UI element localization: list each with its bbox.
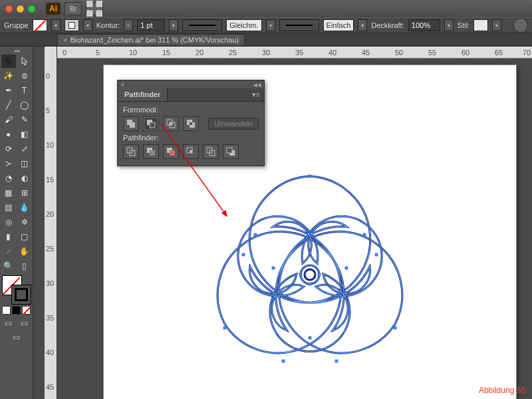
mesh-tool[interactable]: ⊞ [17,186,32,200]
draw-behind-button[interactable]: ▭ [17,317,32,329]
hand-tool[interactable]: ✋ [17,245,32,258]
paintbrush-tool[interactable]: 🖌 [1,113,16,126]
stroke-profile-value[interactable]: Einfach [323,19,354,31]
blob-brush-tool[interactable]: ● [1,128,16,141]
svg-rect-29 [227,148,232,153]
line-tool[interactable]: ╱ [1,98,16,112]
slice-tool[interactable]: ⟋ [1,245,16,258]
stroke-profile-sample[interactable] [279,19,319,31]
window-close-button[interactable] [5,5,13,13]
selection-type-label: Gruppe [4,21,29,29]
fill-swatch[interactable] [33,19,47,31]
workspace: ◂◂ ✨ ⊚ ✒ T ╱ ◯ 🖌 ✎ ● ◧ ⟳ ⤢ ≻ ◫ ◔ ◐ ▦ ⊞ ▤… [0,47,532,399]
blend-tool[interactable]: ◎ [1,215,16,229]
shape-builder-tool[interactable]: ◔ [1,172,16,185]
svg-rect-21 [150,150,155,156]
scale-tool[interactable]: ⤢ [17,142,32,156]
magic-wand-tool[interactable]: ✨ [1,69,16,82]
gradient-tool[interactable]: ▤ [1,201,16,214]
window-zoom-button[interactable] [28,5,35,13]
shapemode-intersect-button[interactable] [163,116,179,131]
canvas-area[interactable]: 0 5 10 15 20 25 30 35 40 45 50 55 60 65 … [57,47,532,399]
type-tool[interactable]: T [17,84,32,97]
close-tab-icon[interactable]: × [63,36,67,44]
svg-point-7 [305,269,315,280]
stroke-dropdown[interactable]: ▾ [83,19,92,31]
formmodi-label: Formmodi: [123,106,259,114]
control-bar: Gruppe ▾ ▾ Kontur: ≡ ▾ Gleichm. ▾ Einfac… [0,17,532,33]
umwandeln-button[interactable]: Umwandeln [208,118,259,130]
pathfinder-tab[interactable]: Pathfinder [118,88,168,101]
vertical-ruler-strip [33,47,45,399]
shapemode-minus-front-button[interactable] [143,116,159,131]
eraser-tool[interactable]: ◧ [17,128,32,141]
free-transform-tool[interactable]: ◫ [17,157,32,170]
draw-normal-button[interactable]: ▭ [1,317,16,329]
panel-collapse-icon[interactable]: ◂◂ [253,80,261,89]
shapemode-exclude-button[interactable] [183,116,199,131]
pathfinder-divide-button[interactable] [123,144,139,159]
print-tiling-tool[interactable]: ▯ [17,259,32,273]
ellipse-tool[interactable]: ◯ [17,98,32,112]
color-mode-button[interactable] [2,306,11,315]
perspective-grid-tool[interactable]: ▦ [1,186,16,200]
svg-rect-3 [96,10,102,17]
none-mode-button[interactable] [22,306,31,315]
stroke-box[interactable] [11,285,31,305]
pathfinder-trim-button[interactable] [143,144,159,159]
macos-titlebar: Ai Br [0,0,532,17]
pencil-tool[interactable]: ✎ [17,113,32,126]
stroke-weight-input[interactable] [137,19,165,31]
fill-dropdown[interactable]: ▾ [51,19,61,31]
stroke-dash-sample[interactable] [182,19,222,31]
live-paint-tool[interactable]: ◐ [17,172,32,185]
pathfinder-section-label: Pathfinder: [123,134,259,142]
arrange-documents-button[interactable] [86,2,103,15]
eyedropper-tool[interactable]: 💧 [17,201,32,214]
window-minimize-button[interactable] [17,5,24,13]
document-tab-bar: × Biohazard_Zeichen.ai* bei 311 % (CMYK/… [0,33,532,47]
biohazard-artwork[interactable] [190,145,430,384]
bridge-button[interactable]: Br [65,2,82,15]
pathfinder-outline-button[interactable] [203,144,219,159]
opacity-input[interactable] [408,19,440,31]
svg-rect-25 [190,150,192,153]
gradient-mode-button[interactable] [12,306,21,315]
screen-mode-button[interactable]: ▭ [2,331,31,343]
opacity-dropdown[interactable]: ▾ [444,19,454,31]
stroke-dash-value[interactable]: Gleichm. [226,19,261,31]
artboard-tool[interactable]: ▢ [17,230,32,243]
direct-selection-tool[interactable] [17,55,32,68]
lasso-tool[interactable]: ⊚ [17,69,32,82]
svg-rect-14 [170,122,172,125]
svg-rect-11 [150,122,155,128]
style-dropdown[interactable]: ▾ [492,19,501,31]
panel-menu-icon[interactable]: ▾≡ [248,88,264,101]
document-tab-title: Biohazard_Zeichen.ai* bei 311 % (CMYK/Vo… [70,36,239,44]
pathfinder-merge-button[interactable] [163,144,179,159]
column-graph-tool[interactable]: ▮ [1,230,16,243]
toolbox-collapse-icon[interactable]: ◂◂ [0,48,33,55]
symbol-sprayer-tool[interactable]: ✲ [17,215,32,229]
panel-close-icon[interactable]: × [120,80,124,88]
fill-stroke-control[interactable] [2,275,31,305]
kontur-label: Kontur: [96,21,120,29]
deckkraft-label: Deckkraft: [371,21,404,29]
pathfinder-crop-button[interactable] [183,144,199,159]
rotate-tool[interactable]: ⟳ [1,142,16,156]
pathfinder-minus-back-button[interactable] [223,144,239,159]
document-tab[interactable]: × Biohazard_Zeichen.ai* bei 311 % (CMYK/… [57,34,245,45]
stroke-profile-dropdown[interactable]: ▾ [358,19,367,31]
width-tool[interactable]: ≻ [1,157,16,170]
stroke-weight-stepper[interactable]: ≡ [124,19,133,31]
panel-menu-button[interactable] [513,18,528,33]
pathfinder-panel[interactable]: × ◂◂ Pathfinder ▾≡ Formmodi: Umwandeln P… [117,80,265,166]
pen-tool[interactable]: ✒ [1,84,16,97]
stroke-dash-dropdown[interactable]: ▾ [266,19,275,31]
stroke-swatch[interactable] [65,19,79,31]
shapemode-unite-button[interactable] [123,116,139,131]
zoom-tool[interactable]: 🔍 [1,259,16,273]
selection-tool[interactable] [1,55,16,68]
stroke-weight-dropdown[interactable]: ▾ [169,19,178,31]
style-swatch[interactable] [473,19,488,31]
